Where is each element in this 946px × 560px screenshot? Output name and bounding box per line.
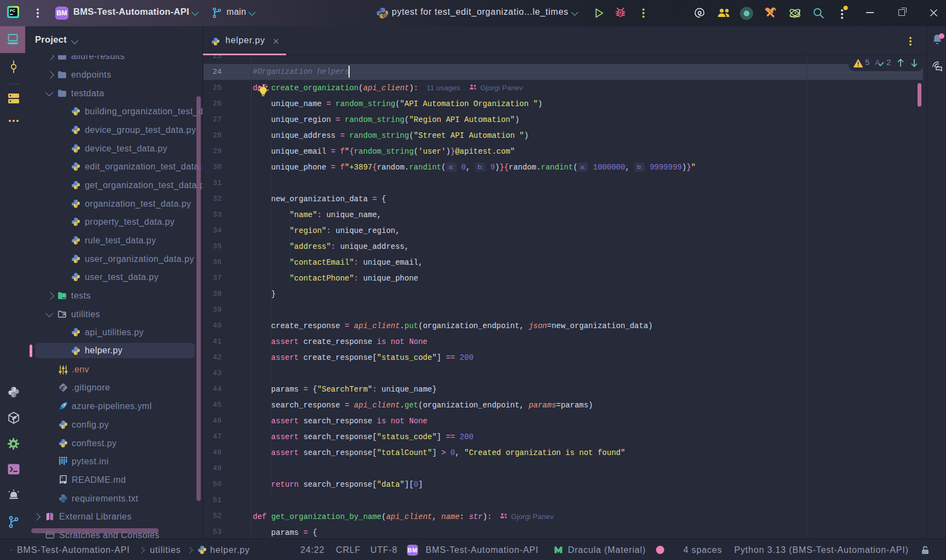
svg-text:PC: PC xyxy=(10,9,15,13)
